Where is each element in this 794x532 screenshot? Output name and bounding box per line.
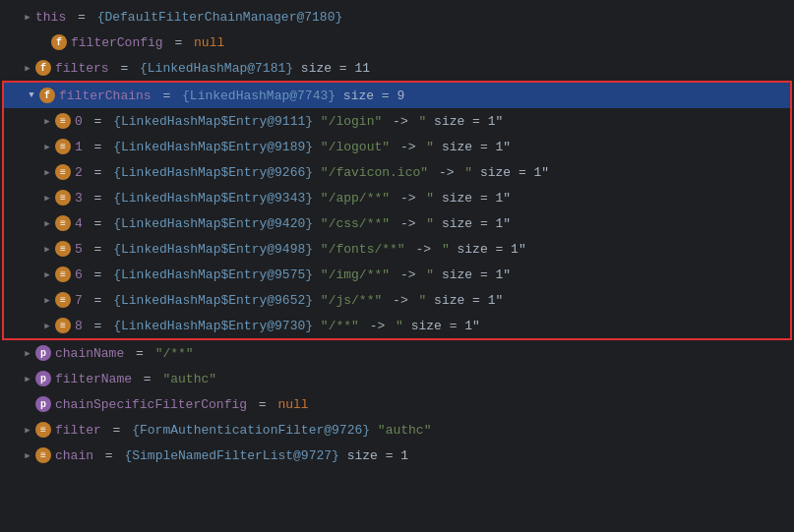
row-fc7[interactable]: ▶ ≡ 7 = {LinkedHashMap$Entry@9652} "/js/…	[4, 287, 790, 313]
key-fc6: "/img/**"	[321, 267, 390, 282]
expand-icon-fc8[interactable]: ▶	[39, 318, 55, 333]
var-fc0: 0	[75, 114, 83, 129]
key-fc1: "/logout"	[321, 140, 390, 154]
expand-icon-fc3[interactable]: ▶	[39, 190, 55, 206]
key-filter: "authc"	[378, 423, 432, 438]
val-fc0: {LinkedHashMap$Entry@9111}	[113, 114, 321, 129]
keyval-fc0: "	[419, 114, 435, 129]
row-fc0[interactable]: ▶ ≡ 0 = {LinkedHashMap$Entry@9111} "/log…	[4, 108, 790, 134]
row-fc2[interactable]: ▶ ≡ 2 = {LinkedHashMap$Entry@9266} "/fav…	[4, 159, 790, 185]
var-filter: filter	[55, 423, 101, 438]
badge-map-fc8: ≡	[55, 318, 71, 333]
var-this: this	[35, 10, 66, 25]
val-filterName: "authc"	[162, 372, 216, 386]
val-chain: {SimpleNamedFilterList@9727}	[124, 448, 346, 463]
key-fc0: "/login"	[321, 114, 382, 129]
var-fc6: 6	[75, 267, 83, 282]
row-content-filterConfig: filterConfig = null	[71, 35, 794, 50]
expand-icon-fc7[interactable]: ▶	[39, 292, 55, 308]
expand-icon-filters[interactable]: ▶	[20, 60, 35, 76]
row-filterConfig[interactable]: ▶ f filterConfig = null	[0, 30, 794, 55]
badge-map-fc5: ≡	[55, 241, 71, 257]
val-filters: {LinkedHashMap@7181}	[140, 61, 301, 76]
debugger-tree: ▶ this = {DefaultFilterChainManager@7180…	[0, 0, 794, 472]
expand-icon-chain[interactable]: ▶	[20, 447, 35, 463]
badge-f-filterConfig: f	[51, 34, 67, 50]
row-content-filterChains: filterChains = {LinkedHashMap@7743} size…	[59, 89, 790, 103]
row-chain[interactable]: ▶ ≡ chain = {SimpleNamedFilterList@9727}…	[0, 443, 794, 468]
expand-icon-fc0[interactable]: ▶	[39, 113, 55, 129]
key-fc7: "/js/**"	[321, 293, 382, 308]
size-filters: size = 11	[301, 61, 370, 76]
row-fc6[interactable]: ▶ ≡ 6 = {LinkedHashMap$Entry@9575} "/img…	[4, 262, 790, 287]
row-content-chainName: chainName = "/**"	[55, 346, 794, 361]
expand-icon-filterName[interactable]: ▶	[20, 371, 35, 386]
key-fc2: "/favicon.ico"	[321, 165, 428, 180]
expand-icon-fc4[interactable]: ▶	[39, 215, 55, 231]
size-filterChains: size = 9	[343, 89, 404, 103]
expand-icon-filter[interactable]: ▶	[20, 422, 35, 438]
val-fc2: {LinkedHashMap$Entry@9266}	[113, 165, 321, 180]
red-box-middle: ▶ ≡ 0 = {LinkedHashMap$Entry@9111} "/log…	[2, 108, 792, 338]
var-chainSpecific: chainSpecificFilterConfig	[55, 397, 247, 412]
badge-p-chainSpecific: p	[35, 396, 51, 412]
val-fc5: {LinkedHashMap$Entry@9498}	[113, 242, 321, 257]
row-content-fc8: 8 = {LinkedHashMap$Entry@9730} "/**" -> …	[75, 319, 790, 333]
key-fc4: "/css/**"	[321, 216, 390, 231]
red-box-top: ▼ f filterChains = {LinkedHashMap@7743} …	[2, 81, 792, 108]
val-fc6: {LinkedHashMap$Entry@9575}	[113, 267, 321, 282]
expand-icon-chainName[interactable]: ▶	[20, 345, 35, 361]
expand-icon-fc6[interactable]: ▶	[39, 266, 55, 282]
val-chainSpecific: null	[277, 397, 308, 412]
row-content-this: this = {DefaultFilterChainManager@7180}	[35, 10, 794, 25]
row-content-fc2: 2 = {LinkedHashMap$Entry@9266} "/favicon…	[75, 165, 790, 180]
expand-icon-fc5[interactable]: ▶	[39, 241, 55, 257]
size-chain: size = 1	[347, 448, 408, 463]
row-filters[interactable]: ▶ f filters = {LinkedHashMap@7181} size …	[0, 55, 794, 81]
val-fc8: {LinkedHashMap$Entry@9730}	[113, 319, 321, 333]
row-fc4[interactable]: ▶ ≡ 4 = {LinkedHashMap$Entry@9420} "/css…	[4, 210, 790, 236]
expand-icon-fc1[interactable]: ▶	[39, 139, 55, 154]
row-this[interactable]: ▶ this = {DefaultFilterChainManager@7180…	[0, 4, 794, 30]
badge-map-chain: ≡	[35, 447, 51, 463]
row-content-fc3: 3 = {LinkedHashMap$Entry@9343} "/app/**"…	[75, 191, 790, 206]
row-fc1[interactable]: ▶ ≡ 1 = {LinkedHashMap$Entry@9189} "/log…	[4, 134, 790, 159]
badge-map-fc1: ≡	[55, 139, 71, 154]
key-fc8: "/**"	[321, 319, 359, 333]
expand-icon-this[interactable]: ▶	[20, 9, 35, 25]
val-chainName: "/**"	[155, 346, 194, 361]
var-fc2: 2	[75, 165, 83, 180]
eq-this: =	[70, 10, 92, 25]
badge-f-filters: f	[35, 60, 51, 76]
row-content-fc0: 0 = {LinkedHashMap$Entry@9111} "/login" …	[75, 114, 790, 129]
row-content-chain: chain = {SimpleNamedFilterList@9727} siz…	[55, 448, 794, 463]
expand-icon-fc2[interactable]: ▶	[39, 164, 55, 180]
var-filterConfig: filterConfig	[71, 35, 163, 50]
badge-map-filter: ≡	[35, 422, 51, 438]
row-fc8[interactable]: ▶ ≡ 8 = {LinkedHashMap$Entry@9730} "/**"…	[4, 313, 790, 338]
row-content-fc6: 6 = {LinkedHashMap$Entry@9575} "/img/**"…	[75, 267, 790, 282]
row-filter[interactable]: ▶ ≡ filter = {FormAuthenticationFilter@9…	[0, 417, 794, 443]
row-chainName[interactable]: ▶ p chainName = "/**"	[0, 340, 794, 366]
var-fc3: 3	[75, 191, 83, 206]
var-filterName: filterName	[55, 372, 132, 386]
key-fc5: "/fonts/**"	[321, 242, 405, 257]
key-fc3: "/app/**"	[321, 191, 390, 206]
row-content-fc4: 4 = {LinkedHashMap$Entry@9420} "/css/**"…	[75, 216, 790, 231]
row-content-chainSpecific: chainSpecificFilterConfig = null	[55, 397, 794, 412]
row-filterName[interactable]: ▶ p filterName = "authc"	[0, 366, 794, 391]
var-fc1: 1	[75, 140, 83, 154]
row-content-filters: filters = {LinkedHashMap@7181} size = 11	[55, 61, 794, 76]
badge-f-filterChains: f	[39, 88, 55, 103]
row-chainSpecificFilterConfig[interactable]: ▶ p chainSpecificFilterConfig = null	[0, 391, 794, 417]
expand-icon-filterChains[interactable]: ▼	[24, 88, 39, 103]
row-content-fc1: 1 = {LinkedHashMap$Entry@9189} "/logout"…	[75, 140, 790, 154]
val-filterChains: {LinkedHashMap@7743}	[182, 89, 343, 103]
val-filter: {FormAuthenticationFilter@9726}	[132, 423, 378, 438]
var-fc4: 4	[75, 216, 83, 231]
row-fc3[interactable]: ▶ ≡ 3 = {LinkedHashMap$Entry@9343} "/app…	[4, 185, 790, 210]
badge-p-chainName: p	[35, 345, 51, 361]
badge-map-fc2: ≡	[55, 164, 71, 180]
row-fc5[interactable]: ▶ ≡ 5 = {LinkedHashMap$Entry@9498} "/fon…	[4, 236, 790, 262]
row-filterChains[interactable]: ▼ f filterChains = {LinkedHashMap@7743} …	[4, 83, 790, 108]
